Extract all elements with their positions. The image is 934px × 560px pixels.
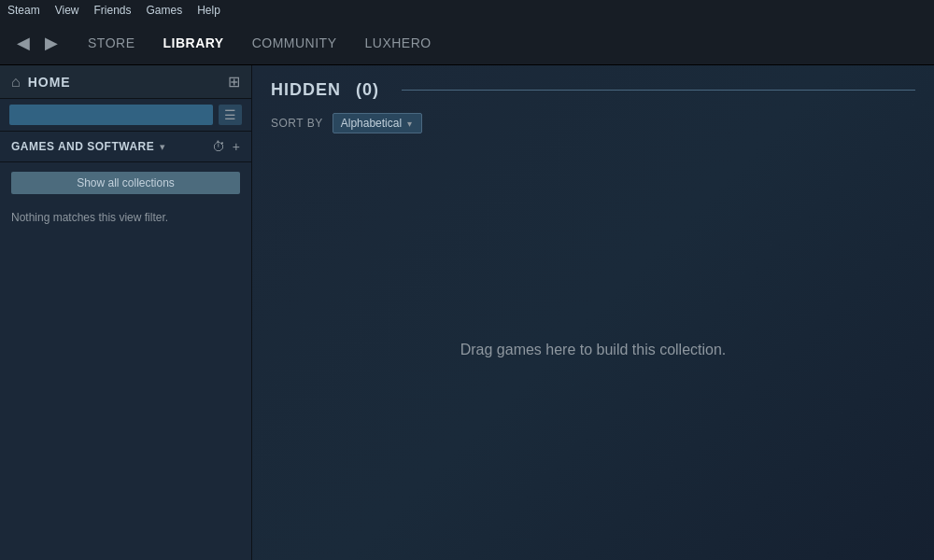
- nav-links: STORE LIBRARY COMMUNITY LUXHERO: [75, 30, 445, 56]
- grid-view-icon[interactable]: ⊞: [228, 73, 240, 91]
- add-collection-icon[interactable]: +: [233, 139, 240, 154]
- section-actions: ⏱ +: [212, 139, 240, 154]
- menu-friends[interactable]: Friends: [93, 4, 131, 17]
- sidebar: ⌂ HOME ⊞ ☰ GAMES AND SOFTWARE ▾ ⏱ + Show…: [0, 65, 252, 560]
- menu-view[interactable]: View: [55, 4, 79, 17]
- home-icon: ⌂: [11, 74, 21, 91]
- section-collapse-icon[interactable]: ▾: [160, 141, 165, 153]
- main-layout: ⌂ HOME ⊞ ☰ GAMES AND SOFTWARE ▾ ⏱ + Show…: [0, 65, 934, 560]
- nav-bar: ◀ ▶ STORE LIBRARY COMMUNITY LUXHERO: [0, 21, 934, 65]
- section-title-row: GAMES AND SOFTWARE ▾: [11, 140, 165, 153]
- header-divider: [402, 90, 915, 91]
- forward-button[interactable]: ▶: [39, 29, 64, 57]
- home-label: HOME: [28, 75, 71, 90]
- sort-chevron-icon: ▾: [407, 119, 412, 129]
- sort-bar: SORT BY Alphabetical ▾: [252, 107, 934, 139]
- menu-help[interactable]: Help: [197, 4, 220, 17]
- nav-user[interactable]: LUXHERO: [352, 30, 445, 56]
- home-nav-item[interactable]: ⌂ HOME: [11, 74, 71, 91]
- back-button[interactable]: ◀: [11, 29, 35, 57]
- menu-bar: Steam View Friends Games Help: [0, 0, 934, 21]
- sidebar-search-row: ☰: [0, 99, 251, 132]
- sort-dropdown[interactable]: Alphabetical ▾: [333, 113, 422, 133]
- menu-games[interactable]: Games: [147, 4, 183, 17]
- recent-activity-icon[interactable]: ⏱: [212, 139, 225, 154]
- drag-hint: Drag games here to build this collection…: [252, 139, 934, 560]
- nav-store[interactable]: STORE: [75, 30, 148, 56]
- content-area: HIDDEN (0) SORT BY Alphabetical ▾ Drag g…: [252, 65, 934, 560]
- hidden-title: HIDDEN: [271, 80, 341, 100]
- content-header: HIDDEN (0): [252, 65, 934, 107]
- show-collections-button[interactable]: Show all collections: [11, 172, 240, 194]
- section-title: GAMES AND SOFTWARE: [11, 140, 154, 153]
- menu-steam[interactable]: Steam: [7, 4, 40, 17]
- sort-by-label: SORT BY: [271, 117, 323, 130]
- hidden-count: (0): [356, 80, 379, 100]
- games-section-header: GAMES AND SOFTWARE ▾ ⏱ +: [0, 132, 251, 162]
- nav-library[interactable]: LIBRARY: [149, 30, 236, 56]
- nothing-matches-label: Nothing matches this view filter.: [0, 203, 251, 231]
- sort-value: Alphabetical: [341, 117, 402, 130]
- filter-icon[interactable]: ☰: [219, 105, 242, 125]
- nav-community[interactable]: COMMUNITY: [239, 30, 350, 56]
- search-input[interactable]: [9, 105, 213, 125]
- sidebar-home-row[interactable]: ⌂ HOME ⊞: [0, 65, 251, 99]
